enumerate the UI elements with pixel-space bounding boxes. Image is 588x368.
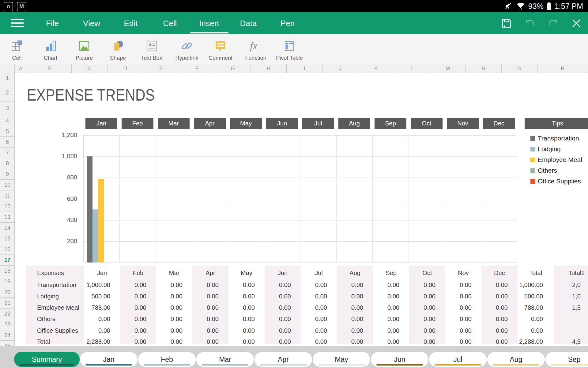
sheet-tab-sep[interactable]: Sep — [545, 352, 588, 367]
column-header-n[interactable]: N — [466, 64, 502, 73]
toolbar-item-function[interactable]: fxFunction — [239, 36, 273, 63]
row-header-7[interactable]: 7 — [0, 148, 15, 158]
menu-item-insert[interactable]: Insert — [190, 12, 229, 34]
table-cell[interactable]: 0.00 — [192, 302, 228, 313]
table-cell[interactable]: 0.00 — [301, 302, 337, 313]
row-header-23[interactable]: 23 — [0, 319, 15, 330]
table-cell[interactable]: 0.00 — [120, 302, 156, 313]
table-cell[interactable]: 1,5 — [554, 302, 588, 313]
sheet-tab-jul[interactable]: Jul — [429, 352, 487, 367]
table-cell[interactable]: 0.00 — [228, 291, 265, 302]
toolbar-item-chart[interactable]: Chart — [34, 36, 67, 63]
table-cell[interactable]: 0.00 — [265, 291, 301, 302]
sheet-tab-aug[interactable]: Aug — [487, 352, 545, 367]
table-cell[interactable]: 0.00 — [84, 325, 120, 336]
row-header-20[interactable]: 20 — [0, 287, 15, 298]
row-header-22[interactable]: 22 — [0, 309, 15, 319]
close-icon[interactable] — [565, 12, 588, 34]
table-header-cell[interactable]: Jun — [265, 267, 301, 279]
table-cell[interactable]: 0.00 — [409, 313, 445, 325]
column-header-d[interactable]: D — [107, 64, 143, 73]
table-cell[interactable]: 0.00 — [481, 325, 518, 336]
table-cell[interactable]: 500.00 — [518, 291, 554, 302]
row-header-17[interactable]: 17 — [0, 255, 15, 266]
row-header-5[interactable]: 5 — [0, 126, 15, 137]
table-cell[interactable]: 0.00 — [337, 325, 373, 336]
table-cell[interactable]: 0.00 — [337, 313, 373, 325]
table-header-cell[interactable]: Mar — [156, 267, 192, 279]
column-header-m[interactable]: M — [430, 64, 466, 73]
table-cell[interactable]: 0.00 — [192, 291, 228, 302]
table-cell[interactable]: 0.00 — [120, 325, 156, 336]
table-cell[interactable]: 0.00 — [373, 279, 409, 291]
table-header-cell[interactable]: Jan — [84, 267, 120, 279]
sheet-tab-jun[interactable]: Jun — [371, 352, 429, 367]
table-cell[interactable]: Office Supplies — [26, 325, 84, 336]
menu-item-pen[interactable]: Pen — [268, 12, 307, 34]
table-cell[interactable]: 0.00 — [156, 313, 192, 325]
month-button-nov[interactable]: Nov — [447, 118, 479, 129]
table-cell[interactable]: 0.00 — [445, 302, 481, 313]
row-header-12[interactable]: 12 — [0, 201, 15, 212]
table-header-cell[interactable]: Total2 — [554, 267, 588, 279]
table-cell[interactable]: 0.00 — [409, 325, 445, 336]
row-header-8[interactable]: 8 — [0, 158, 15, 169]
table-cell[interactable]: 0.00 — [192, 279, 228, 291]
row-header-10[interactable]: 10 — [0, 180, 15, 190]
table-cell[interactable]: 0.00 — [156, 325, 192, 336]
month-button-jan[interactable]: Jan — [85, 118, 117, 129]
redo-icon[interactable] — [541, 12, 565, 34]
toolbar-item-text-box[interactable]: AText Box — [135, 36, 168, 63]
table-cell[interactable]: 0.00 — [373, 291, 409, 302]
column-header-a[interactable]: A — [15, 64, 27, 73]
table-cell[interactable]: 500.00 — [84, 291, 120, 302]
month-button-may[interactable]: May — [230, 118, 262, 129]
month-button-jul[interactable]: Jul — [302, 118, 334, 129]
column-header-l[interactable]: L — [394, 64, 430, 73]
menu-item-file[interactable]: File — [33, 12, 72, 34]
table-cell[interactable]: Transportation — [26, 279, 84, 291]
column-header-e[interactable]: E — [143, 64, 179, 73]
row-header-3[interactable]: 3 — [0, 102, 15, 115]
table-cell[interactable]: 0.00 — [481, 302, 518, 313]
menu-item-data[interactable]: Data — [229, 12, 268, 34]
row-header-1[interactable]: 1 — [0, 73, 15, 84]
row-header-14[interactable]: 14 — [0, 223, 15, 233]
table-cell[interactable]: 0.00 — [409, 291, 445, 302]
table-cell[interactable]: 2,0 — [554, 279, 588, 291]
table-cell[interactable]: 0.00 — [481, 313, 518, 325]
table-header-cell[interactable]: Sep — [373, 267, 409, 279]
column-header-h[interactable]: H — [251, 64, 287, 73]
table-cell[interactable]: 0.00 — [120, 279, 156, 291]
row-header-25[interactable]: 25 — [0, 341, 15, 346]
month-button-sep[interactable]: Sep — [375, 118, 406, 129]
row-header-16[interactable]: 16 — [0, 244, 15, 255]
month-button-mar[interactable]: Mar — [158, 118, 190, 129]
table-cell[interactable]: 0.00 — [445, 279, 481, 291]
month-button-dec[interactable]: Dec — [483, 118, 515, 129]
table-cell[interactable]: 0.00 — [409, 279, 445, 291]
table-cell[interactable]: 0.00 — [337, 302, 373, 313]
table-cell[interactable]: 0.00 — [445, 291, 481, 302]
save-icon[interactable] — [495, 12, 518, 34]
column-header-g[interactable]: G — [215, 64, 251, 73]
month-button-jun[interactable]: Jun — [266, 118, 298, 129]
table-cell[interactable]: 0.00 — [301, 325, 337, 336]
column-header-o[interactable]: O — [502, 64, 537, 73]
table-header-cell[interactable]: Nov — [445, 267, 481, 279]
row-header-4[interactable]: 4 — [0, 115, 15, 126]
row-header-15[interactable]: 15 — [0, 233, 15, 244]
table-cell[interactable]: 788.00 — [518, 302, 554, 313]
table-header-cell[interactable]: May — [228, 267, 265, 279]
table-cell[interactable]: 0.00 — [301, 313, 337, 325]
table-cell[interactable]: 0.00 — [265, 313, 301, 325]
column-header-i[interactable]: I — [287, 64, 322, 73]
table-header-cell[interactable]: Feb — [120, 267, 156, 279]
table-header-cell[interactable]: Expenses — [26, 267, 84, 279]
sheet-tab-summary[interactable]: Summary — [14, 352, 80, 367]
toolbar-item-picture[interactable]: Picture — [67, 36, 101, 63]
table-cell[interactable]: 0.00 — [228, 279, 265, 291]
table-header-cell[interactable]: Aug — [337, 267, 373, 279]
sheet-tab-may[interactable]: May — [312, 352, 371, 367]
table-cell[interactable]: 0.00 — [192, 325, 228, 336]
